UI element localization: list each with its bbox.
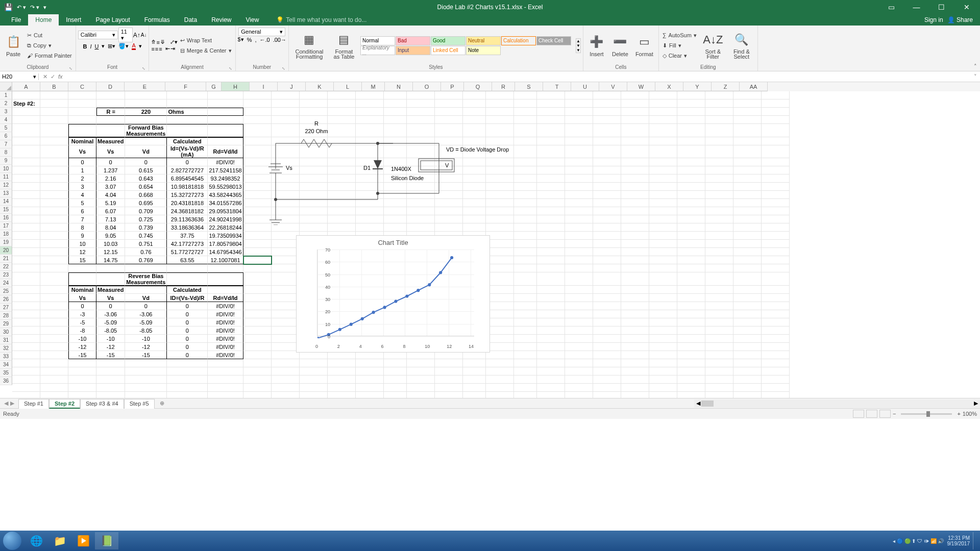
style-bad[interactable]: Bad (396, 36, 430, 45)
row-header-36[interactable]: 36 (0, 377, 12, 385)
gallery-up-icon[interactable]: ▲ (576, 39, 580, 43)
save-icon[interactable]: 💾 (4, 3, 13, 11)
col-header-A[interactable]: A (12, 82, 40, 91)
format-as-table-button[interactable]: ▤Format as Table (329, 30, 359, 61)
style-normal[interactable]: Normal (360, 36, 395, 45)
add-sheet-button[interactable]: ⊕ (155, 400, 169, 407)
chart[interactable]: Chart Title 01020304050607002468101214 (296, 235, 490, 353)
number-format-select[interactable]: General▾ (238, 28, 285, 36)
col-header-Y[interactable]: Y (683, 82, 712, 91)
align-right-icon[interactable]: ≡ (159, 46, 162, 52)
page-break-button[interactable] (879, 410, 891, 418)
col-header-U[interactable]: U (571, 82, 599, 91)
row-header-29[interactable]: 29 (0, 320, 12, 328)
spreadsheet-grid[interactable]: ABCDEFGHIJKLMNOPQRSTUVWXYZAA 12345678910… (0, 82, 980, 398)
wrap-text-button[interactable]: ↩Wrap Text (179, 35, 233, 45)
col-header-N[interactable]: N (385, 82, 413, 91)
confirm-entry-icon[interactable]: ✓ (51, 73, 55, 80)
sort-filter-button[interactable]: A↓ZSort & Filter (699, 30, 727, 61)
font-family-select[interactable]: Calibri ▾ (78, 31, 118, 39)
sheet-tab-2[interactable]: Step #3 & #4 (80, 399, 124, 409)
sheet-tab-1[interactable]: Step #2 (49, 399, 80, 409)
horizontal-scrollbar[interactable]: ◀▶ (694, 399, 980, 408)
clock-date[interactable]: 9/19/2017 (947, 541, 970, 546)
taskbar-media[interactable]: ▶️ (71, 532, 95, 549)
tab-view[interactable]: View (239, 14, 266, 26)
comma-icon[interactable]: , (255, 37, 256, 43)
currency-icon[interactable]: $▾ (238, 36, 244, 43)
grow-font-icon[interactable]: A↑ (133, 32, 140, 39)
cell-styles-gallery[interactable]: NormalBadGoodNeutralCalculationCheck Cel… (360, 36, 575, 55)
col-header-E[interactable]: E (125, 82, 165, 91)
show-desktop[interactable] (973, 532, 977, 549)
clear-button[interactable]: ◇Clear ▾ (661, 51, 698, 61)
row-header-9[interactable]: 9 (0, 157, 12, 165)
style-good[interactable]: Good (431, 36, 465, 45)
row-header-16[interactable]: 16 (0, 214, 12, 222)
row-header-18[interactable]: 18 (0, 230, 12, 238)
clock-time[interactable]: 12:31 PM (947, 535, 970, 541)
col-header-B[interactable]: B (40, 82, 68, 91)
row-header-15[interactable]: 15 (0, 206, 12, 214)
sheet-tab-0[interactable]: Step #1 (18, 399, 49, 409)
col-header-V[interactable]: V (599, 82, 627, 91)
expand-formula-icon[interactable]: ˅ (971, 73, 980, 80)
style-check-cell[interactable]: Check Cell (536, 36, 571, 45)
style-linked-cell[interactable]: Linked Cell (431, 46, 465, 55)
fill-color-button[interactable]: 🪣▾ (118, 43, 129, 49)
underline-button[interactable]: U (94, 43, 99, 49)
row-header-7[interactable]: 7 (0, 140, 12, 148)
row-header-27[interactable]: 27 (0, 304, 12, 312)
start-button[interactable] (3, 532, 21, 550)
row-header-10[interactable]: 10 (0, 165, 12, 173)
col-header-F[interactable]: F (165, 82, 206, 91)
zoom-out-button[interactable]: − (893, 411, 896, 417)
border-button[interactable]: ⊞▾ (108, 43, 115, 49)
col-header-D[interactable]: D (96, 82, 125, 91)
row-header-34[interactable]: 34 (0, 361, 12, 369)
tab-review[interactable]: Review (204, 14, 238, 26)
ribbon-display-icon[interactable]: ▭ (880, 0, 903, 14)
row-header-3[interactable]: 3 (0, 108, 12, 116)
row-header-22[interactable]: 22 (0, 263, 12, 271)
col-header-AA[interactable]: AA (740, 82, 768, 91)
tab-data[interactable]: Data (177, 14, 204, 26)
row-header-20[interactable]: 20 (0, 246, 12, 255)
tab-formulas[interactable]: Formulas (137, 14, 177, 26)
style-neutral[interactable]: Neutral (466, 36, 501, 45)
sheet-prev-icon[interactable]: ◀ (4, 400, 8, 407)
col-header-Q[interactable]: Q (464, 82, 492, 91)
fx-icon[interactable]: fx (58, 73, 63, 80)
zoom-level[interactable]: 100% (963, 411, 977, 417)
align-bot-icon[interactable]: ⤋ (160, 39, 165, 45)
col-header-M[interactable]: M (362, 82, 385, 91)
minimize-button[interactable]: — (905, 0, 928, 14)
col-header-P[interactable]: P (441, 82, 464, 91)
row-header-19[interactable]: 19 (0, 238, 12, 246)
paste-button[interactable]: 📋 Paste (2, 30, 24, 61)
style-explanatory-[interactable]: Explanatory ... (360, 46, 395, 55)
share-button[interactable]: 👤 Share (947, 16, 973, 23)
row-header-12[interactable]: 12 (0, 181, 12, 189)
col-header-R[interactable]: R (492, 82, 515, 91)
tray-icons[interactable]: ◂ 🔵 🟢 ⬆ 🛡 🕪 📶 🔊 (893, 538, 944, 544)
tab-file[interactable]: File (4, 14, 28, 26)
delete-cells-button[interactable]: ➖Delete (609, 30, 631, 61)
cancel-entry-icon[interactable]: ✕ (43, 73, 47, 80)
percent-icon[interactable]: % (247, 37, 252, 43)
row-header-30[interactable]: 30 (0, 328, 12, 336)
format-cells-button[interactable]: ▭Format (632, 30, 656, 61)
format-painter-button[interactable]: 🖌Format Painter (26, 51, 74, 61)
col-header-G[interactable]: G (206, 82, 222, 91)
align-top-icon[interactable]: ⤊ (151, 39, 156, 45)
select-all-corner[interactable] (0, 82, 12, 91)
taskbar-excel[interactable]: 📗 (95, 532, 118, 549)
redo-icon[interactable]: ↷ ▾ (30, 4, 39, 11)
row-header-1[interactable]: 1 (0, 91, 12, 99)
col-header-W[interactable]: W (627, 82, 655, 91)
row-header-24[interactable]: 24 (0, 279, 12, 287)
page-layout-button[interactable] (866, 410, 877, 418)
row-header-4[interactable]: 4 (0, 116, 12, 124)
zoom-slider[interactable] (901, 413, 952, 415)
autosum-button[interactable]: ∑AutoSum ▾ (661, 30, 698, 40)
